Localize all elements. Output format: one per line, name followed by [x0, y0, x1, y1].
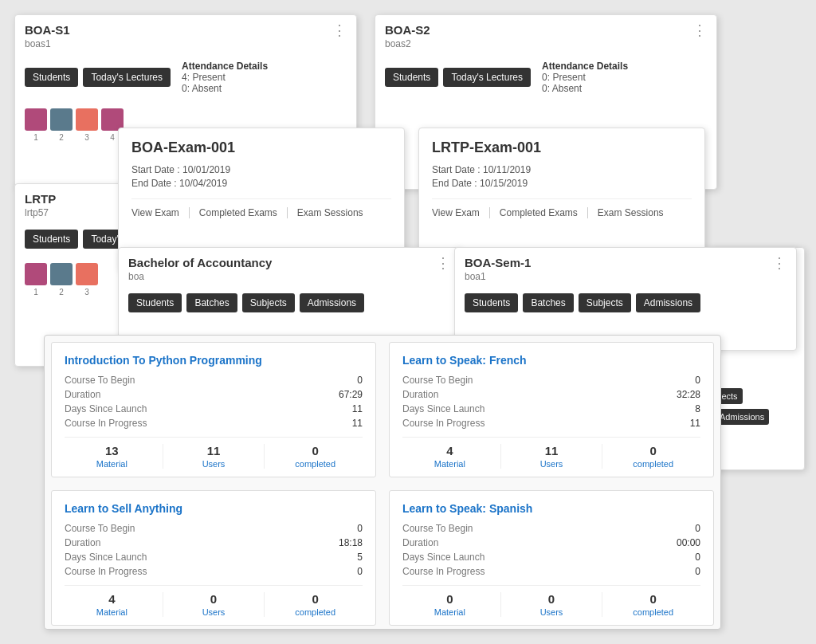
boa-exam-completed-link[interactable]: Completed Exams [199, 207, 288, 218]
course-python-completed-label: completed [268, 459, 363, 469]
boas1-bar-label-4: 4 [110, 133, 115, 142]
lrtp-bar-1: 1 [25, 263, 47, 296]
course-python-material-val: 13 [65, 444, 159, 457]
boa-sem-header: BOA-Sem-1 boa1 ⋮ [455, 248, 796, 287]
card-boas2-header: BOA-S2 boas2 ⋮ [375, 15, 716, 54]
boas2-lectures-button[interactable]: Today's Lectures [443, 68, 531, 87]
course-sell-stats: 4 Material 0 Users 0 completed [65, 585, 363, 617]
course-sell-users-stat: 0 Users [167, 592, 261, 617]
course-python-users-label: Users [167, 459, 261, 469]
boa-sem-buttons: Students Batches Subjects Admissions [455, 287, 796, 319]
lrtp-exam-body: LRTP-Exam-001 Start Date : 10/11/2019 En… [419, 128, 704, 230]
course-python: Introduction To Python Programming Cours… [51, 342, 376, 477]
course-python-title: Introduction To Python Programming [65, 354, 363, 367]
course-python-progress-row: Course In Progress 11 [65, 418, 363, 429]
course-french-material-stat: 4 Material [402, 444, 497, 469]
boas1-more-icon[interactable]: ⋮ [332, 23, 347, 37]
boas2-students-button[interactable]: Students [385, 68, 438, 87]
course-python-material-label: Material [65, 459, 159, 469]
boas1-lectures-button[interactable]: Today's Lectures [83, 68, 171, 87]
course-french: Learn to Speak: French Course To Begin 0… [389, 342, 714, 477]
course-python-completed-val: 0 [268, 444, 363, 457]
boas2-buttons: Students Today's Lectures Attendance Det… [375, 54, 716, 100]
course-spanish-users-stat: 0 Users [504, 592, 599, 617]
course-spanish-stats: 0 Material 0 Users 0 completed [402, 585, 700, 617]
course-sell-completed-stat: 0 completed [268, 592, 363, 617]
boa-prog-batches-button[interactable]: Batches [186, 293, 237, 312]
lrtp-exam-view-link[interactable]: View Exam [432, 207, 490, 218]
boa-exam-title: BOA-Exam-001 [131, 139, 391, 156]
boa-exam-links: View Exam Completed Exams Exam Sessions [131, 198, 391, 218]
course-python-users-val: 11 [167, 444, 261, 457]
course-french-duration-row: Duration 32:28 [402, 389, 700, 400]
course-sell-title: Learn to Sell Anything [65, 502, 363, 515]
course-python-duration-row: Duration 67:29 [65, 389, 363, 400]
lrtp-bar-2: 2 [50, 263, 73, 296]
boas1-present: 4: Present [182, 72, 268, 83]
boas1-bar-1: 1 [25, 108, 47, 142]
course-spanish-progress-row: Course In Progress 0 [402, 566, 700, 577]
boa-sem-title: BOA-Sem-1 [465, 256, 531, 269]
boa-sem-students-button[interactable]: Students [465, 293, 518, 312]
lrtp-bar-label-2: 2 [59, 288, 64, 296]
course-python-days-row: Days Since Launch 11 [65, 403, 363, 414]
boa-exam-sessions-link[interactable]: Exam Sessions [297, 207, 373, 218]
course-spanish-begin-row: Course To Begin 0 [402, 523, 700, 534]
right-admissions-button2[interactable]: Admissions [715, 409, 769, 425]
boa-prog-more-icon[interactable]: ⋮ [436, 256, 450, 270]
lrtp-title: LRTP [25, 192, 56, 206]
course-python-stats: 13 Material 11 Users 0 completed [65, 437, 363, 469]
card-courses: Introduction To Python Programming Cours… [44, 335, 721, 630]
course-french-completed-stat: 0 completed [606, 444, 700, 469]
boa-exam-start-date: Start Date : 10/01/2019 [131, 164, 391, 175]
course-spanish-days-row: Days Since Launch 0 [402, 552, 700, 563]
lrtp-subtitle: lrtp57 [25, 207, 56, 218]
boa-prog-buttons: Students Batches Subjects Admissions [119, 287, 460, 319]
boas2-subtitle: boas2 [385, 38, 430, 49]
boa-exam-view-link[interactable]: View Exam [131, 207, 190, 218]
course-french-days-row: Days Since Launch 8 [402, 403, 700, 414]
course-python-days-val: 11 [352, 403, 363, 414]
course-spanish: Learn to Speak: Spanish Course To Begin … [389, 490, 714, 626]
course-python-begin-val: 0 [357, 375, 363, 386]
boa-prog-students-button[interactable]: Students [128, 293, 182, 312]
boas1-bar-label-1: 1 [33, 133, 38, 142]
boa-prog-header: Bachelor of Accountancy boa ⋮ [119, 248, 460, 287]
lrtp-exam-links: View Exam Completed Exams Exam Sessions [432, 198, 692, 218]
course-python-progress-val: 11 [352, 418, 363, 429]
course-spanish-title: Learn to Speak: Spanish [402, 502, 700, 515]
course-spanish-completed-stat: 0 completed [606, 592, 700, 617]
boas1-attendance-label: Attendance Details [182, 61, 268, 72]
boas1-subtitle: boas1 [25, 38, 70, 49]
boas1-students-button[interactable]: Students [25, 68, 78, 87]
lrtp-exam-sessions-link[interactable]: Exam Sessions [598, 207, 673, 218]
course-spanish-duration-row: Duration 00:00 [402, 537, 700, 548]
course-python-begin-row: Course To Begin 0 [65, 375, 363, 386]
boa-prog-subtitle: boa [128, 271, 272, 282]
lrtp-students-button[interactable]: Students [25, 230, 78, 249]
course-spanish-material-stat: 0 Material [402, 592, 497, 617]
boa-prog-subjects-button[interactable]: Subjects [242, 293, 295, 312]
course-french-begin-row: Course To Begin 0 [402, 375, 700, 386]
boas2-more-icon[interactable]: ⋮ [692, 23, 707, 37]
boa-sem-batches-button[interactable]: Batches [523, 293, 573, 312]
lrtp-exam-completed-link[interactable]: Completed Exams [500, 207, 588, 218]
boas1-bar-2: 2 [50, 108, 73, 142]
boas1-title: BOA-S1 [25, 23, 70, 37]
boa-prog-admissions-button[interactable]: Admissions [300, 293, 364, 312]
boas1-absent: 0: Absent [182, 83, 268, 94]
course-python-completed-stat: 0 completed [268, 444, 363, 469]
course-python-material-stat: 13 Material [65, 444, 159, 469]
boa-exam-end-date: End Date : 10/04/2019 [131, 178, 391, 189]
boa-sem-admissions-button[interactable]: Admissions [636, 293, 700, 312]
boa-sem-subjects-button[interactable]: Subjects [579, 293, 631, 312]
boa-prog-title: Bachelor of Accountancy [128, 256, 272, 269]
course-sell-duration-row: Duration 18:18 [65, 537, 363, 548]
lrtp-bar-label-1: 1 [33, 288, 38, 296]
course-python-duration-label: Duration [65, 389, 100, 400]
courses-grid: Introduction To Python Programming Cours… [45, 336, 720, 629]
course-french-stats: 4 Material 11 Users 0 completed [402, 437, 700, 469]
card-boas1-header: BOA-S1 boas1 ⋮ [15, 15, 356, 54]
boa-sem-more-icon[interactable]: ⋮ [772, 256, 787, 270]
boas1-bar-label-2: 2 [59, 133, 64, 142]
